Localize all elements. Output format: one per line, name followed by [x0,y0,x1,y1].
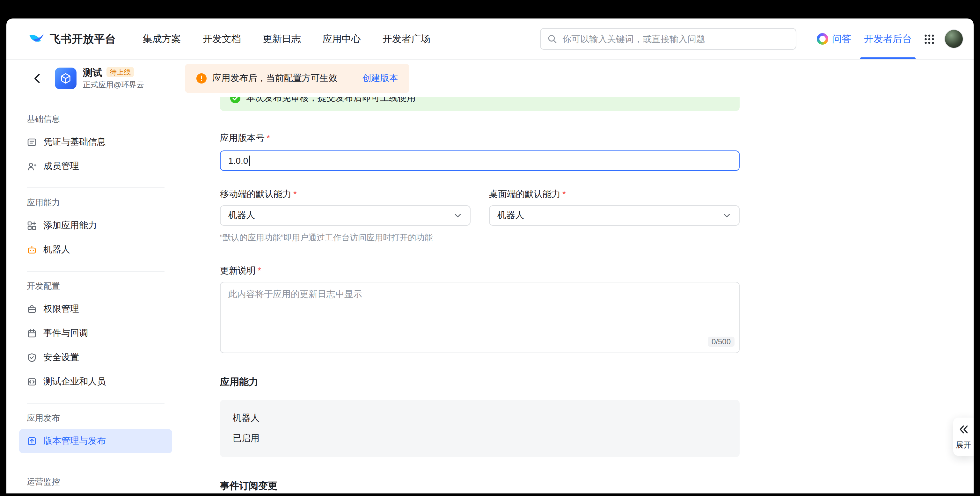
add-capability-icon [27,221,37,231]
sidebar-item-label: 测试企业和人员 [43,376,106,388]
search-input[interactable] [562,34,789,44]
nav-item-dev-plaza[interactable]: 开发者广场 [383,33,430,45]
feishu-logo-icon [28,30,45,47]
tab-developer-console[interactable]: 开发者后台 [858,19,918,59]
sidebar-item-test-company-users[interactable]: 测试企业和人员 [19,370,172,394]
logo-title: 飞书开放平台 [50,32,116,46]
sidebar-section-title-capability: 应用能力 [19,197,172,208]
qa-label: 问答 [832,33,851,45]
user-avatar[interactable] [944,29,963,48]
screen: 飞书开放平台 集成方案 开发文档 更新日志 应用中心 开发者广场 问答 [0,0,980,496]
version-label: 应用版本号* [220,133,740,144]
chevron-down-icon [722,211,731,220]
sidebar-item-add-capability[interactable]: 添加应用能力 [19,213,172,238]
nav-item-changelog[interactable]: 更新日志 [263,33,301,45]
mobile-capability-value: 机器人 [228,210,255,221]
required-mark: * [267,133,270,144]
top-header: 飞书开放平台 集成方案 开发文档 更新日志 应用中心 开发者广场 问答 [6,19,974,60]
event-subscription-heading: 事件订阅变更 [220,480,740,492]
sidebar-divider [27,271,164,272]
members-icon [27,161,37,172]
mobile-capability-label: 移动端的默认能力* [220,189,471,200]
desktop-capability-select[interactable]: 机器人 [489,205,740,226]
global-search[interactable] [540,28,796,50]
main-content: 本次发布免审核，提交发布后即可上线使用 应用版本号* 1.0.0 移动端的默认能… [220,97,740,493]
apps-grid-button[interactable] [918,33,940,44]
sidebar-item-label: 凭证与基础信息 [43,137,106,148]
update-notes-wrap: 0/500 [220,282,740,353]
feishu-logo[interactable]: 飞书开放平台 [28,30,116,47]
console-label: 开发者后台 [864,33,912,45]
app-subtitle: 正式应用@环界云 [83,79,144,90]
sidebar-item-label: 事件与回调 [43,328,88,339]
chevron-down-icon [453,211,462,220]
capability-name: 机器人 [233,412,727,424]
shield-icon [27,353,37,363]
right-panel-expander[interactable]: 展开 [953,418,974,456]
app-name: 测试 [83,67,102,78]
expand-label: 展开 [956,440,971,451]
capability-selects-row: 移动端的默认能力* 机器人 桌面端的默认能力* [220,189,740,226]
sidebar-section-title-ops: 运营监控 [19,476,172,488]
capability-status: 已启用 [233,433,727,444]
success-banner: 本次发布免审核，提交发布后即可上线使用 [220,97,740,111]
grid-apps-icon [924,33,935,44]
desktop-capability-value: 机器人 [497,210,524,221]
sidebar-divider [27,188,164,188]
success-banner-text: 本次发布免审核，提交发布后即可上线使用 [246,97,416,104]
capability-hint: “默认的应用功能”即用户通过工作台访问应用时打开的功能 [220,232,740,243]
sidebar-item-robot[interactable]: 机器人 [19,238,172,262]
search-icon [547,34,557,44]
capability-card: 机器人 已启用 [220,400,740,457]
nav-item-app-center[interactable]: 应用中心 [323,33,361,45]
sidebar-item-events-callbacks[interactable]: 事件与回调 [19,321,172,345]
desktop-capability-label: 桌面端的默认能力* [489,189,740,200]
app-icon [55,68,76,89]
text-caret [249,156,250,166]
mobile-capability-select[interactable]: 机器人 [220,205,471,226]
credential-icon [27,137,37,147]
update-notes-textarea[interactable] [220,282,740,353]
sidebar-section-title-dev-config: 开发配置 [19,280,172,292]
content-row: 基础信息 凭证与基础信息 机器人 成员管理 应用能力 [6,97,974,493]
back-button[interactable] [32,73,43,84]
sidebar-item-label: 机器人 [43,244,70,256]
app-info-bar: 测试 待上线 正式应用@环界云 应用发布后，当前配置方可生效 创建版本 [6,60,974,97]
app-meta: 测试 待上线 正式应用@环界云 [83,67,144,90]
app-capability-heading: 应用能力 [220,376,740,388]
success-check-icon [230,97,240,103]
update-notes-label: 更新说明* [220,265,740,277]
nav-item-docs[interactable]: 开发文档 [203,33,241,45]
status-badge: 待上线 [107,67,134,77]
sidebar-item-permissions[interactable]: 权限管理 [19,297,172,321]
char-counter: 0/500 [708,337,735,347]
mobile-capability-field: 移动端的默认能力* 机器人 [220,189,471,226]
required-mark: * [562,189,566,200]
version-input[interactable]: 1.0.0 [220,151,740,171]
primary-nav: 集成方案 开发文档 更新日志 应用中心 开发者广场 [143,33,430,45]
nav-item-integration[interactable]: 集成方案 [143,33,181,45]
qa-ring-icon [817,33,828,45]
back-chevron-icon [32,73,43,84]
code-brackets-icon [27,377,37,387]
notice-text: 应用发布后，当前配置方可生效 [212,73,337,84]
sidebar-item-version-release[interactable]: 版本管理与发布 [19,429,172,453]
sidebar-item-label: 版本管理与发布 [43,436,106,447]
sidebar-item-security[interactable]: 安全设置 [19,345,172,370]
sidebar-item-members[interactable]: 机器人 成员管理 [19,154,172,178]
qa-link[interactable]: 问答 [810,33,858,45]
browser-window: 飞书开放平台 集成方案 开发文档 更新日志 应用中心 开发者广场 问答 [6,19,974,493]
create-version-link[interactable]: 创建版本 [362,73,398,84]
sidebar-item-credentials[interactable]: 凭证与基础信息 [19,130,172,154]
version-input-value: 1.0.0 [228,156,248,166]
sidebar-item-label: 权限管理 [43,304,79,315]
sidebar: 基础信息 凭证与基础信息 机器人 成员管理 应用能力 [19,97,172,493]
briefcase-icon [27,304,37,314]
warning-icon [196,73,207,84]
required-mark: * [293,189,297,200]
sidebar-item-label: 成员管理 [43,161,79,172]
sidebar-item-label: 安全设置 [43,352,79,363]
publish-icon [27,436,37,446]
header-right-cluster: 问答 开发者后台 [810,19,966,59]
sidebar-section-title-release: 应用发布 [19,412,172,424]
